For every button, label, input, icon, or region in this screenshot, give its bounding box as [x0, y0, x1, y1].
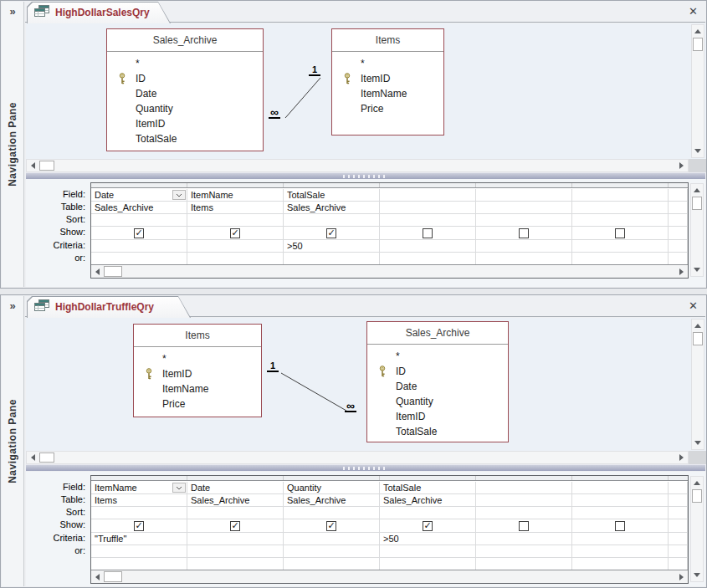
grid-criteria-cell[interactable]: >50: [284, 240, 380, 253]
table-field[interactable]: Price: [332, 101, 443, 116]
table-field[interactable]: Quantity: [367, 394, 508, 409]
grid-criteria-cell[interactable]: [572, 533, 669, 545]
grid-sort-cell[interactable]: [284, 214, 380, 227]
scrollbar-track[interactable]: [692, 345, 704, 437]
table-card-items[interactable]: Items * ItemID ItemName Price: [133, 324, 262, 417]
grid-or-cell[interactable]: [187, 545, 284, 558]
grid-sort-cell[interactable]: [572, 214, 669, 227]
scrollbar-track[interactable]: [54, 452, 675, 463]
scrollbar-track[interactable]: [54, 160, 675, 171]
grid-criteria-cell[interactable]: >50: [380, 533, 476, 545]
scrollbar-thumb[interactable]: [39, 161, 54, 171]
table-field-id[interactable]: ID: [367, 364, 508, 379]
scroll-down-icon[interactable]: [691, 569, 703, 581]
grid-show-cell[interactable]: [476, 519, 572, 533]
scroll-left-icon[interactable]: [27, 452, 39, 463]
grid-field-cell[interactable]: Quantity: [284, 482, 380, 494]
scrollbar-thumb[interactable]: [693, 38, 703, 51]
scroll-right-icon[interactable]: [675, 570, 688, 583]
scroll-up-icon[interactable]: [691, 477, 703, 489]
grid-horizontal-scrollbar[interactable]: [91, 264, 688, 278]
scroll-right-icon[interactable]: [675, 265, 688, 278]
close-icon[interactable]: ✕: [689, 299, 698, 312]
grid-field-cell[interactable]: [476, 189, 572, 202]
scrollbar-track[interactable]: [691, 503, 703, 569]
grid-table-cell[interactable]: Items: [187, 202, 284, 214]
scroll-left-icon[interactable]: [91, 265, 104, 278]
scroll-up-icon[interactable]: [692, 25, 704, 38]
grid-horizontal-scrollbar[interactable]: [91, 570, 688, 583]
table-field[interactable]: ItemName: [134, 381, 261, 396]
grid-show-cell[interactable]: ✓: [91, 519, 187, 533]
diagram-vertical-scrollbar[interactable]: [691, 319, 704, 450]
diagram-horizontal-scrollbar[interactable]: [26, 159, 689, 172]
grid-table-cell[interactable]: [476, 494, 572, 507]
scrollbar-thumb[interactable]: [104, 571, 122, 582]
scroll-down-icon[interactable]: [692, 437, 704, 449]
table-field-itemid[interactable]: ItemID: [332, 71, 443, 86]
scroll-right-icon[interactable]: [675, 452, 688, 463]
scrollbar-track[interactable]: [691, 210, 703, 263]
grid-table-cell[interactable]: [476, 202, 572, 214]
table-field[interactable]: Quantity: [107, 101, 263, 116]
grid-sort-cell[interactable]: [187, 507, 284, 519]
grid-sort-cell[interactable]: [380, 507, 476, 519]
grid-table-cell[interactable]: Sales_Archive: [284, 202, 380, 214]
grid-field-cell[interactable]: [572, 189, 669, 202]
grid-field-cell[interactable]: [476, 482, 572, 494]
grid-field-cell[interactable]: [380, 189, 476, 202]
close-icon[interactable]: ✕: [689, 5, 698, 18]
grid-or-cell[interactable]: [476, 253, 572, 265]
grid-show-cell[interactable]: ✓: [380, 519, 476, 533]
scroll-down-icon[interactable]: [692, 145, 704, 157]
table-field-id[interactable]: ID: [107, 71, 263, 86]
table-field-star[interactable]: *: [134, 351, 261, 366]
table-card-title[interactable]: Items: [332, 29, 443, 52]
grid-criteria-cell[interactable]: [380, 240, 476, 253]
scrollbar-thumb[interactable]: [39, 453, 54, 463]
grid-field-cell[interactable]: ItemName: [91, 482, 187, 494]
table-field-star[interactable]: *: [107, 56, 263, 71]
show-checkbox[interactable]: ✓: [423, 521, 433, 531]
table-card-sales-archive[interactable]: Sales_Archive * ID Date Quantity ItemID …: [106, 28, 264, 151]
grid-table-cell[interactable]: Sales_Archive: [380, 494, 476, 507]
grid-table-cell[interactable]: Sales_Archive: [284, 494, 380, 507]
grid-or-cell[interactable]: [476, 545, 572, 558]
grid-or-cell[interactable]: [284, 545, 380, 558]
grid-sort-cell[interactable]: [476, 507, 572, 519]
table-card-sales-archive[interactable]: Sales_Archive * ID Date Quantity ItemID …: [366, 321, 509, 442]
grid-table-cell[interactable]: Sales_Archive: [187, 494, 284, 507]
grid-criteria-cell[interactable]: [476, 240, 572, 253]
field-dropdown-button[interactable]: [172, 190, 186, 200]
show-checkbox[interactable]: ✓: [326, 228, 336, 238]
grid-table-cell[interactable]: [380, 202, 476, 214]
grid-sort-cell[interactable]: [476, 214, 572, 227]
grid-sort-cell[interactable]: [284, 507, 380, 519]
grid-criteria-cell[interactable]: [476, 533, 572, 545]
grid-field-cell[interactable]: [572, 482, 669, 494]
grid-or-cell[interactable]: [187, 253, 284, 265]
table-field[interactable]: ItemID: [107, 116, 263, 131]
table-card-title[interactable]: Items: [134, 325, 261, 347]
grid-show-cell[interactable]: [380, 227, 476, 240]
table-card-items[interactable]: Items * ItemID ItemName Price: [331, 28, 444, 135]
grid-table-cell[interactable]: Sales_Archive: [91, 202, 187, 214]
table-field-star[interactable]: *: [332, 56, 443, 71]
table-card-title[interactable]: Sales_Archive: [367, 322, 508, 345]
grid-sort-cell[interactable]: [380, 214, 476, 227]
table-field[interactable]: Date: [107, 86, 263, 101]
navigation-pane-collapsed[interactable]: » Navigation Pane: [2, 296, 24, 586]
show-checkbox[interactable]: [519, 521, 529, 531]
grid-sort-cell[interactable]: [91, 214, 187, 227]
grid-field-cell[interactable]: Date: [187, 482, 284, 494]
grid-or-cell[interactable]: [91, 253, 187, 265]
grid-or-cell[interactable]: [91, 545, 187, 558]
table-field-itemid[interactable]: ItemID: [134, 366, 261, 381]
grid-criteria-cell[interactable]: [91, 240, 187, 253]
show-checkbox[interactable]: [519, 228, 529, 238]
scrollbar-track[interactable]: [692, 51, 704, 145]
tab-highdollarsalesqry[interactable]: HighDollarSalesQry: [27, 2, 171, 23]
grid-criteria-cell[interactable]: [187, 240, 284, 253]
grid-vertical-scrollbar[interactable]: [690, 476, 704, 582]
grid-field-cell[interactable]: TotalSale: [380, 482, 476, 494]
